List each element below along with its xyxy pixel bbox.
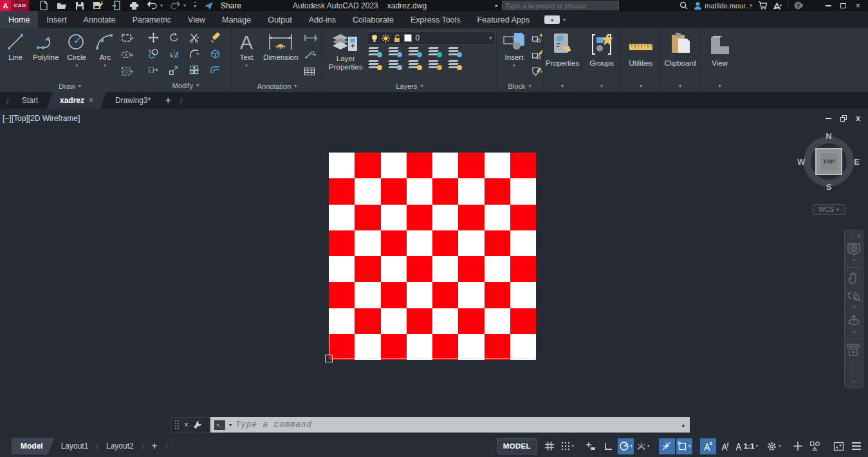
layer-thaw-icon[interactable] bbox=[408, 59, 422, 70]
layer-freeze-icon[interactable] bbox=[408, 46, 422, 57]
plot-button[interactable] bbox=[128, 1, 140, 11]
insert-block-tool[interactable]: Insert ▾ bbox=[499, 30, 529, 80]
ribbon-tab-view[interactable]: View bbox=[180, 11, 214, 28]
layout-tab-layout1[interactable]: Layout1 bbox=[55, 438, 95, 454]
help-search-input[interactable] bbox=[505, 2, 616, 10]
minimize-button[interactable] bbox=[826, 5, 831, 6]
offset-tool[interactable] bbox=[210, 65, 221, 75]
rotate-tool[interactable] bbox=[169, 32, 180, 43]
object-snap-tracking-toggle[interactable] bbox=[659, 438, 675, 454]
command-close-icon[interactable]: × bbox=[184, 420, 189, 429]
model-space-toggle[interactable]: MODEL bbox=[497, 438, 537, 454]
panel-block-footer[interactable]: Block▾ bbox=[497, 80, 542, 92]
ribbon-collapse-button[interactable]: ▴ bbox=[544, 15, 560, 24]
file-tab-drawing3[interactable]: Drawing3* bbox=[106, 92, 160, 109]
customize-qat-dropdown[interactable]: ▾ bbox=[194, 2, 196, 9]
file-tab-xadrez[interactable]: xadrez× bbox=[47, 92, 106, 109]
layer-combo-dropdown[interactable]: ▾ bbox=[489, 35, 492, 41]
navbar-close-icon[interactable]: × bbox=[858, 233, 861, 238]
viewcube-south[interactable]: S bbox=[826, 182, 832, 192]
grid-display-toggle[interactable] bbox=[542, 438, 558, 454]
layer-turn-on-icon[interactable] bbox=[368, 59, 382, 70]
ribbon-tab-manage[interactable]: Manage bbox=[214, 11, 259, 28]
viewport-controls-label[interactable]: [−][Top][2D Wireframe] bbox=[3, 114, 80, 123]
undo-dropdown[interactable]: ▾ bbox=[160, 3, 163, 8]
autodesk-menu[interactable]: ▾ bbox=[773, 2, 782, 10]
dimension-tool[interactable]: Dimension bbox=[260, 30, 301, 80]
orbit-button[interactable]: ▾ bbox=[847, 313, 861, 335]
scale-tool[interactable] bbox=[169, 65, 179, 75]
layer-isolate-icon[interactable] bbox=[388, 46, 402, 57]
pan-button[interactable] bbox=[847, 272, 860, 284]
file-tab-start[interactable]: Start bbox=[13, 92, 47, 109]
redo-button[interactable] bbox=[169, 1, 181, 11]
viewcube-east[interactable]: E bbox=[854, 157, 860, 167]
create-block-tool[interactable] bbox=[531, 33, 543, 43]
viewcube-north[interactable]: N bbox=[826, 131, 831, 141]
new-layout-button[interactable]: + bbox=[145, 440, 163, 452]
layout-tab-layout2[interactable]: Layout2 bbox=[100, 438, 140, 454]
layer-unisolate-icon[interactable] bbox=[388, 59, 402, 70]
layout-tab-model[interactable]: Model bbox=[12, 438, 55, 454]
layer-off-icon[interactable] bbox=[368, 46, 382, 57]
clean-screen-button[interactable] bbox=[831, 438, 847, 454]
viewcube[interactable]: N S W E TOP bbox=[799, 132, 858, 191]
layer-lock-icon[interactable] bbox=[428, 46, 442, 57]
command-line-bar[interactable]: × >_ ▾ ▴ bbox=[171, 417, 690, 433]
panel-modify-footer[interactable]: Modify▾ bbox=[140, 79, 231, 91]
transfer-button[interactable] bbox=[110, 1, 122, 11]
trim-tool[interactable]: ▾ bbox=[189, 33, 199, 42]
app-logo[interactable]: A CAD bbox=[0, 0, 29, 11]
ribbon-tab-output[interactable]: Output bbox=[259, 11, 300, 28]
command-history-up-icon[interactable]: ▴ bbox=[681, 422, 686, 428]
ribbon-tab-add-ins[interactable]: Add-ins bbox=[300, 11, 344, 28]
viewcube-west[interactable]: W bbox=[797, 157, 805, 167]
customization-plus-button[interactable] bbox=[790, 438, 806, 454]
customization-menu-button[interactable] bbox=[848, 438, 864, 454]
ribbon-tab-insert[interactable]: Insert bbox=[38, 11, 75, 28]
new-drawing-tab-button[interactable]: + bbox=[160, 92, 176, 109]
share-label[interactable]: Share bbox=[221, 1, 241, 10]
text-tool[interactable]: A Text ▾ bbox=[234, 30, 259, 80]
help-search-box[interactable] bbox=[502, 1, 619, 10]
zoom-extents-button[interactable]: ▾ bbox=[847, 288, 861, 310]
panel-layers-footer[interactable]: Layers▾ bbox=[323, 80, 496, 92]
edit-block-tool[interactable] bbox=[531, 50, 543, 60]
workspace-switching-button[interactable]: ▾ bbox=[766, 438, 782, 454]
ribbon-tab-home[interactable]: Home bbox=[0, 11, 38, 28]
wcs-menu[interactable]: WCS▾ bbox=[812, 204, 845, 215]
command-input-area[interactable]: >_ ▾ ▴ bbox=[210, 417, 690, 433]
circle-tool[interactable]: Circle ▾ bbox=[63, 30, 90, 80]
checkerboard-drawing[interactable] bbox=[329, 153, 536, 360]
snap-mode-toggle[interactable]: ▾ bbox=[559, 438, 575, 454]
isolate-objects-button[interactable] bbox=[807, 438, 823, 454]
drawing-minimize-button[interactable] bbox=[826, 118, 831, 119]
open-file-button[interactable] bbox=[56, 1, 68, 11]
layer-delete-icon[interactable] bbox=[448, 59, 462, 70]
explode-tool[interactable] bbox=[210, 48, 221, 59]
panel-annotation-footer[interactable]: Annotation▾ bbox=[232, 80, 322, 92]
table-tool[interactable] bbox=[304, 67, 315, 76]
navigation-wheel-button[interactable]: ▾ bbox=[847, 242, 861, 263]
arc-tool[interactable]: Arc ▾ bbox=[91, 30, 118, 80]
polyline-tool[interactable]: Polyline bbox=[30, 30, 62, 80]
line-tool[interactable]: Line bbox=[3, 30, 28, 80]
drawing-close-button[interactable]: x bbox=[856, 115, 860, 122]
file-tab-close-icon[interactable]: × bbox=[89, 96, 93, 105]
app-store-cart-icon[interactable] bbox=[758, 1, 767, 10]
user-account[interactable]: matilde.mour... ▾ bbox=[694, 1, 752, 10]
annotation-autoscale-toggle[interactable] bbox=[717, 438, 734, 454]
panel-properties[interactable]: Properties ▾ bbox=[543, 28, 582, 92]
fillet-tool[interactable]: ▾ bbox=[189, 49, 199, 59]
polar-tracking-toggle[interactable]: ▾ bbox=[618, 438, 634, 454]
command-input[interactable] bbox=[235, 420, 678, 429]
ribbon-tab-express-tools[interactable]: Express Tools bbox=[402, 11, 469, 28]
panel-groups[interactable]: Groups ▾ bbox=[582, 28, 622, 92]
help-menu[interactable]: ? ▾ bbox=[794, 1, 803, 10]
ortho-mode-toggle[interactable] bbox=[600, 438, 616, 454]
search-expand-icon[interactable]: ▸ bbox=[495, 3, 498, 8]
command-prompt-icon[interactable]: >_ bbox=[214, 420, 225, 430]
drawing-restore-button[interactable] bbox=[840, 115, 847, 122]
erase-tool[interactable] bbox=[210, 32, 221, 43]
isometric-drafting-toggle[interactable]: ▾ bbox=[635, 438, 651, 454]
